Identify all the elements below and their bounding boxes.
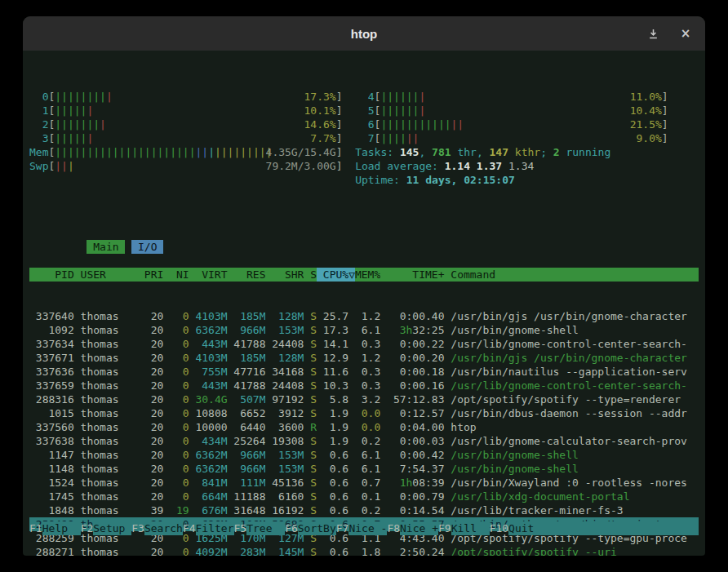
- process-row[interactable]: 337634thomas200443M4178824408S14.10.30:0…: [29, 337, 699, 351]
- cell-res: 6652: [233, 406, 265, 420]
- text-segment: 1.34: [508, 160, 534, 172]
- text-segment: ||||||: [380, 104, 419, 117]
- fkey-kill[interactable]: F9Kill: [438, 521, 490, 535]
- memory-meter-value: 4.35G/15.4G: [266, 145, 336, 159]
- process-row[interactable]: 337636thomas200755M4771634168S11.60.30:0…: [29, 365, 699, 379]
- fkey-nice-[interactable]: F8Nice +: [387, 521, 438, 535]
- cell-virt: 6362M: [195, 462, 227, 476]
- cell-virt: 30.4G: [195, 392, 227, 406]
- column-header-cpu-sorted[interactable]: CPU%▽: [317, 268, 355, 282]
- text-segment: ]: [662, 132, 668, 144]
- column-header-cmd[interactable]: Command: [451, 268, 687, 282]
- text-segment: ]: [336, 91, 343, 103]
- text-segment: /opt/spotify/spotify --uri: [451, 546, 617, 556]
- fkey-help[interactable]: F1Help: [29, 521, 81, 535]
- process-row[interactable]: 337640thomas2004103M185M128MS25.71.20:00…: [29, 309, 699, 323]
- text-segment: 1.9: [330, 435, 348, 447]
- tab-main[interactable]: Main: [87, 240, 125, 254]
- cell-s: S: [310, 365, 317, 379]
- download-icon[interactable]: [646, 27, 659, 40]
- cell-cpu: 0.6: [323, 545, 348, 556]
- fkey-filter[interactable]: F4Filter: [183, 521, 234, 535]
- process-row[interactable]: 1015thomas2001080866523912S1.90.00:12.57…: [29, 406, 699, 420]
- text-segment: 1h: [400, 477, 413, 489]
- cell-pri: 20: [144, 406, 163, 420]
- cell-time: 0:04.00: [387, 420, 444, 434]
- process-row[interactable]: 337671thomas2004103M185M128MS12.91.20:00…: [29, 351, 699, 365]
- text-segment: |: [87, 132, 93, 144]
- column-header-virt[interactable]: VIRT: [195, 268, 227, 282]
- close-icon[interactable]: ×: [679, 27, 692, 40]
- text-segment: S: [310, 546, 317, 556]
- text-segment: 20: [151, 546, 164, 556]
- process-row[interactable]: 1092thomas2006362M966M153MS17.36.13h32:2…: [29, 323, 699, 337]
- process-row[interactable]: 288316thomas20030.4G507M97192S5.83.257:1…: [29, 392, 699, 406]
- fkey-sortby[interactable]: F6SortBy: [285, 521, 336, 535]
- text-segment: |: [87, 104, 93, 117]
- column-header-user[interactable]: USER: [81, 268, 138, 282]
- process-row[interactable]: 1148thomas2006362M966M153MS0.66.17:54.37…: [29, 462, 699, 476]
- fkey-tree[interactable]: F5Tree: [234, 521, 286, 535]
- process-row[interactable]: 1848thomas3919676M3164816192S0.60.20:14.…: [29, 503, 699, 517]
- text-segment: 664M: [202, 490, 227, 503]
- text-segment: 1.2: [362, 352, 380, 364]
- text-segment: 337671: [36, 352, 74, 364]
- fkey-label: Nice +: [400, 521, 438, 535]
- text-segment: thomas: [81, 463, 119, 475]
- cell-mem: 0.7: [355, 476, 380, 490]
- column-header-mem[interactable]: MEM%: [355, 268, 380, 282]
- text-segment: 0.2: [362, 504, 380, 517]
- text-segment: thomas: [81, 393, 119, 406]
- cell-cmd: /opt/spotify/spotify --uri: [451, 545, 687, 556]
- cell-time: 0:00.03: [387, 434, 444, 448]
- cell-pid: 337634: [29, 337, 74, 351]
- text-segment: 20: [151, 490, 164, 503]
- text-segment: thomas: [81, 310, 119, 322]
- text-segment: ]: [336, 160, 343, 172]
- text-segment: 10000: [195, 421, 227, 433]
- column-header-ni[interactable]: NI: [170, 268, 189, 282]
- text-segment: 57:12.83: [393, 393, 445, 406]
- fkey-setup[interactable]: F2Setup: [81, 521, 132, 535]
- fkey-quit[interactable]: F10Quit: [490, 521, 547, 535]
- tab-io[interactable]: I/O: [131, 240, 163, 254]
- fkey-nice-[interactable]: F7Nice -: [336, 521, 388, 535]
- text-segment: 0:00.79: [400, 490, 445, 503]
- column-header-pri[interactable]: PRI: [144, 268, 163, 282]
- cpu-meter-2-label: 2: [29, 118, 48, 131]
- cell-pri: 20: [144, 337, 163, 351]
- process-row[interactable]: 1745thomas200664M111886160S0.60.10:00.79…: [29, 490, 699, 503]
- cell-ni: 0: [170, 323, 189, 337]
- cell-res: 966M: [233, 462, 265, 476]
- text-segment: 20: [151, 324, 164, 336]
- process-row[interactable]: 337638thomas200434M2526419308S1.90.20:00…: [29, 434, 699, 448]
- text-segment: 1.9: [330, 407, 348, 419]
- process-row[interactable]: 288271thomas2004092M283M145MS0.61.82:50.…: [29, 545, 699, 556]
- column-header-pid[interactable]: PID: [29, 268, 74, 282]
- column-header-res[interactable]: RES: [233, 268, 265, 282]
- process-row[interactable]: 337659thomas200443M4178824408S10.30.30:0…: [29, 379, 699, 392]
- cell-user: thomas: [81, 406, 138, 420]
- text-segment: 6.1: [362, 449, 380, 461]
- text-segment: ||||||||||||||||||||||: [55, 146, 195, 158]
- cell-time: 0:00.18: [387, 365, 444, 379]
- window-titlebar[interactable]: htop ×: [23, 16, 705, 51]
- cell-virt: 6362M: [195, 448, 227, 462]
- cell-time: 2:50.24: [387, 545, 444, 556]
- process-row[interactable]: 1147thomas2006362M966M153MS0.66.10:00.42…: [29, 448, 699, 462]
- column-header-shr[interactable]: SHR: [272, 268, 304, 282]
- process-row[interactable]: 337560thomas2001000064403600R1.90.00:04.…: [29, 420, 699, 434]
- column-header-time[interactable]: TIME+: [387, 268, 444, 282]
- text-segment: 31648: [233, 504, 265, 517]
- cell-s: S: [310, 392, 317, 406]
- swap-meter: Swp[|||79.2M/3.00G]: [29, 159, 343, 173]
- column-header-s[interactable]: S: [310, 268, 317, 282]
- cell-time: 3h32:25: [387, 323, 444, 337]
- column-header-cpu-label: CPU%: [323, 268, 348, 282]
- cell-cpu: 11.6: [323, 365, 348, 379]
- process-row[interactable]: 1524thomas200841M111M45136S0.60.71h08:39…: [29, 476, 699, 490]
- cell-pid: 288271: [29, 545, 74, 556]
- fkey-search[interactable]: F3Search: [131, 521, 183, 535]
- text-segment: 19308: [272, 435, 304, 447]
- cell-pid: 337636: [29, 365, 74, 379]
